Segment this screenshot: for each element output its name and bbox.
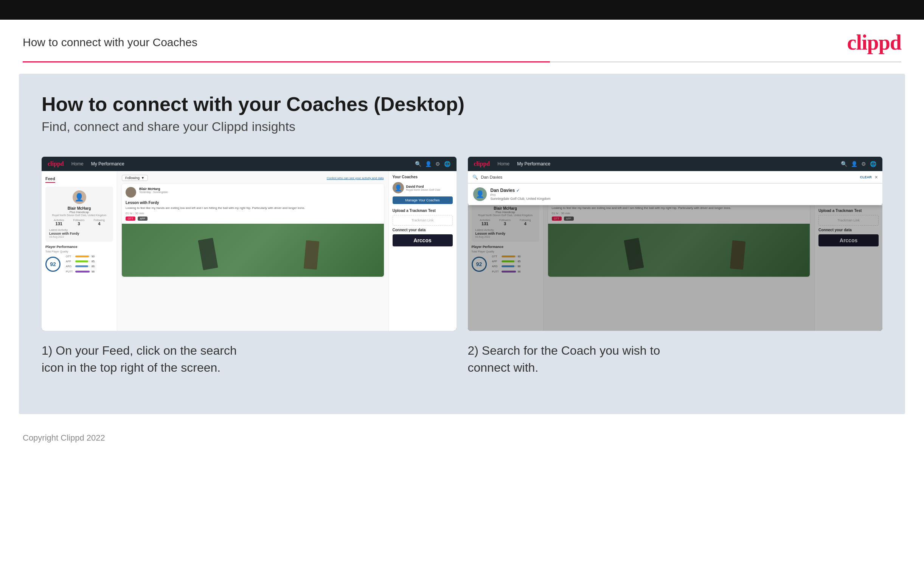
profile-club: Royal North Devon Golf Club, United King… [49,214,109,216]
stats-row: Activities 131 Followers 3 Following 4 [49,219,109,226]
control-link[interactable]: Control who can see your activity and da… [327,176,384,180]
settings-icon[interactable]: ⚙ [435,161,440,167]
latest-activity-label: Latest Activity [49,228,109,232]
result-role: Pro [490,193,551,197]
following-btn[interactable]: Following ▼ [122,175,148,181]
following-header: Following ▼ Control who can see your act… [122,175,384,181]
lesson-card-header: Blair McHarg Yesterday · Sunningdale [122,184,384,201]
lesson-title: Lesson with Fordy [126,201,380,205]
result-club: Sunningdale Golf Club, United Kingdom [490,197,551,201]
bar-app: APP 85 [66,259,95,263]
search-icon-2[interactable]: 🔍 [841,161,847,167]
connect-data-title: Connect your data [393,228,453,232]
main-content: How to connect with your Coaches (Deskto… [19,74,905,414]
profile-card: Blair McHarg Plus Handicap Royal North D… [45,187,113,242]
result-info: Dan Davies ✓ Pro Sunningdale Golf Club, … [490,188,551,201]
stat-followers: Followers 3 [73,219,85,226]
avatar-icon[interactable]: 🌐 [444,161,450,167]
app-sidebar-1: Feed Blair McHarg Plus Handicap Royal No… [42,171,117,331]
step-2-label: 2) Search for the Coach you wish toconne… [468,342,883,376]
search-icon-overlay: 🔍 [473,174,478,180]
page-header: How to connect with your Coaches clippd [0,19,924,61]
lesson-duration: 01 hr : 30 min [126,212,380,215]
app-main-1: Following ▼ Control who can see your act… [117,171,388,331]
screenshot-panel-1: clippd Home My Performance 🔍 👤 ⚙ 🌐 Feed [42,157,456,376]
coach-club-sm: Royal North Devon Golf Club [406,188,440,191]
app-nav-performance-2[interactable]: My Performance [517,161,550,167]
search-input-text[interactable]: Dan Davies [481,175,857,179]
lesson-body: Lesson with Fordy Looking to feel like m… [122,201,384,224]
page-title: How to connect with your Coaches [23,36,197,49]
user-icon-2[interactable]: 👤 [851,161,858,167]
arccos-btn[interactable]: Arccos [393,234,453,247]
app-nav-icons-2: 🔍 👤 ⚙ 🌐 [841,161,876,167]
app-nav-logo-1: clippd [48,161,64,167]
search-clear-btn[interactable]: CLEAR [860,175,872,179]
settings-icon-2[interactable]: ⚙ [861,161,866,167]
profile-avatar [73,190,86,204]
feed-tab[interactable]: Feed [45,176,55,183]
coach-item-1: David Ford Royal North Devon Golf Club [393,182,453,193]
chevron-down-icon: ▼ [141,176,144,180]
header-divider [23,61,901,62]
avatar-icon-2[interactable]: 🌐 [870,161,876,167]
profile-name-2: Blair McHarg [476,206,536,211]
performance-section: Player Performance Total Player Quality … [45,245,113,274]
app-nav-performance-1[interactable]: My Performance [91,161,125,167]
score-circle: 92 [45,257,60,272]
search-icon[interactable]: 🔍 [415,161,421,167]
arccos-btn-2: Arccos [819,234,879,247]
profile-name: Blair McHarg [49,206,109,211]
app-nav-logo-2: clippd [474,161,490,167]
coach-avatar [126,187,136,198]
profile-hcp: Plus Handicap [49,211,109,214]
search-close-btn[interactable]: × [875,174,878,180]
activity-name: Lesson with Fordy [49,232,109,235]
app-nav-1: clippd Home My Performance 🔍 👤 ⚙ 🌐 [42,157,456,171]
top-bar [0,0,924,19]
coach-info: Blair McHarg Yesterday · Sunningdale [139,187,168,193]
perf-title: Player Performance [45,245,113,249]
coach-name: Blair McHarg [139,187,168,191]
stats-row-2: Activities 131 Followers 3 Following 4 [476,219,536,226]
result-avatar [473,187,487,201]
trackman-input[interactable]: Trackman Link [393,215,453,226]
perf-bars: OTT 90 APP 85 [66,254,95,274]
bar-arg: ARG 86 [66,264,95,268]
app-nav-icons-1: 🔍 👤 ⚙ 🌐 [415,161,450,167]
btn-off[interactable]: OTT [126,216,135,221]
your-coaches-title: Your Coaches [393,175,453,179]
coach-avatar-sm [393,182,404,193]
upload-trackman-title: Upload a Trackman Test [393,209,453,213]
copyright-text: Copyright Clippd 2022 [23,433,105,443]
app-nav-home-2[interactable]: Home [497,161,510,167]
lesson-image [122,224,384,277]
lesson-image-2 [548,224,810,277]
screenshots-row: clippd Home My Performance 🔍 👤 ⚙ 🌐 Feed [42,157,882,376]
search-popup: 🔍 Dan Davies CLEAR × Dan Davies ✓ [468,171,883,205]
screenshot-panel-2: clippd Home My Performance 🔍 👤 ⚙ 🌐 Feed [468,157,883,376]
user-icon[interactable]: 👤 [425,161,432,167]
profile-hcp-2: Plus Handicap [476,211,536,214]
stat-activities: Activities 131 [54,219,64,226]
coach-details-1: David Ford Royal North Devon Golf Club [406,185,440,191]
activity-date: 03 Aug 2022 [49,235,109,238]
lesson-actions: OTT APP [126,216,380,221]
app-body-1: Feed Blair McHarg Plus Handicap Royal No… [42,171,456,331]
app-nav-home-1[interactable]: Home [71,161,84,167]
btn-app[interactable]: APP [138,216,147,221]
bar-ott: OTT 90 [66,254,95,258]
lesson-desc: Looking to feel like my hands are exitin… [126,206,380,210]
screenshot-frame-2: clippd Home My Performance 🔍 👤 ⚙ 🌐 Feed [468,157,883,331]
lesson-card: Blair McHarg Yesterday · Sunningdale Les… [122,184,384,277]
search-results: Dan Davies ✓ Pro Sunningdale Golf Club, … [468,183,883,205]
bar-putt: PUTT 96 [66,270,95,274]
step-1-label: 1) On your Feed, click on the searchicon… [42,342,456,376]
search-result-item[interactable]: Dan Davies ✓ Pro Sunningdale Golf Club, … [468,183,883,205]
coach-name-sm: David Ford [406,185,440,188]
app-nav-2: clippd Home My Performance 🔍 👤 ⚙ 🌐 [468,157,883,171]
manage-coaches-btn[interactable]: Manage Your Coaches [393,196,453,204]
following-label: Following [125,176,139,180]
coach-meta: Yesterday · Sunningdale [139,191,168,193]
score-circle-2: 92 [472,257,487,272]
